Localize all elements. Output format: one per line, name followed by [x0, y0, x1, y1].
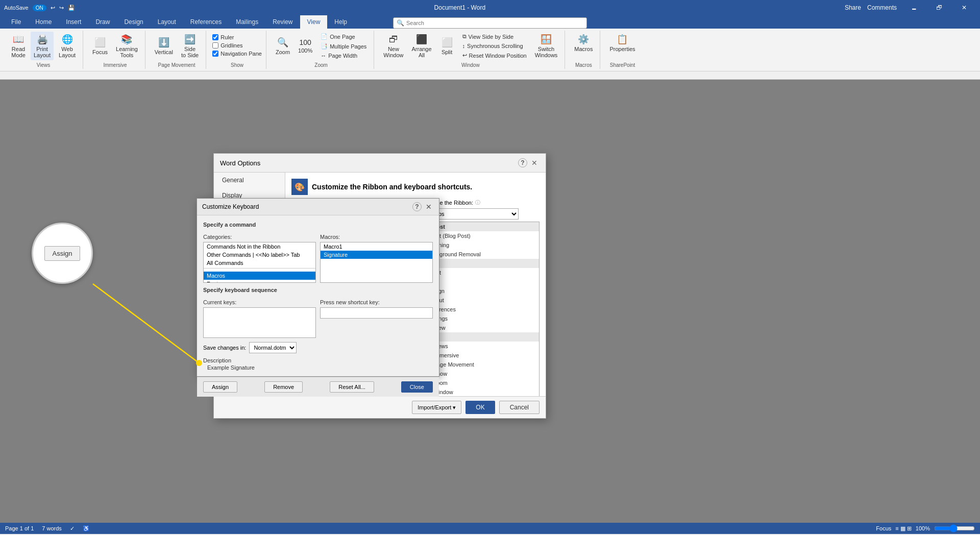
ruler-checkbox[interactable]: Ruler [212, 34, 262, 41]
import-export-button[interactable]: Import/Export ▾ [412, 401, 461, 414]
word-options-footer: Import/Export ▾ OK Cancel [214, 396, 546, 418]
show-label: Show [231, 60, 243, 68]
one-page-button[interactable]: 📄 One Page [317, 32, 370, 41]
properties-button[interactable]: 📋 Properties [606, 32, 638, 54]
save-changes-label: Save changes in: [203, 345, 246, 351]
tab-home[interactable]: Home [28, 15, 59, 29]
tab-references[interactable]: References [183, 15, 229, 29]
reset-window-label: Reset Window Position [469, 53, 527, 59]
web-layout-label: WebLayout [59, 46, 76, 58]
ribbon-tabs: File Home Insert Draw Design Layout Refe… [0, 15, 980, 29]
category-item[interactable]: Other Commands | <<No label>> Tab [204, 251, 315, 259]
view-side-by-side-button[interactable]: ⧉ View Side by Side [459, 32, 530, 41]
word-options-close-button[interactable]: ✕ [529, 158, 540, 168]
tab-insert[interactable]: Insert [59, 15, 88, 29]
macros-listbox[interactable]: Macro1 Signature [320, 242, 433, 283]
macro-item-signature[interactable]: Signature [321, 251, 432, 259]
category-macros[interactable]: Macros [204, 272, 315, 280]
restore-button[interactable]: 🗗 [928, 0, 951, 15]
one-page-label: One Page [330, 34, 355, 40]
focus-button[interactable]: ⬜ Focus [89, 35, 111, 57]
categories-listbox[interactable]: Commands Not in the Ribbon Other Command… [203, 242, 316, 283]
split-button[interactable]: ⬜ Split [437, 35, 457, 57]
immersive-items: ⬜ Focus 📚 LearningTools [89, 32, 141, 60]
sharepoint-group: 📋 Properties SharePoint [602, 31, 642, 69]
close-dialog-button[interactable]: Close [401, 381, 433, 393]
properties-icon: 📋 [617, 34, 628, 45]
macros-button[interactable]: ⚙️ Macros [571, 32, 596, 54]
window-group: 🗗 NewWindow ⬛ ArrangeAll ⬜ Split ⧉ View … [376, 31, 565, 69]
print-layout-button[interactable]: 🖨️ PrintLayout [31, 32, 54, 60]
gridlines-checkbox[interactable]: Gridlines [212, 42, 262, 49]
status-right: Focus ≡ ▦ ⊞ 100% [876, 525, 975, 532]
side-to-side-button[interactable]: ➡️ Sideto Side [178, 32, 202, 60]
share-button[interactable]: Share [845, 4, 861, 11]
keyboard-row: Current keys: Press new shortcut key: [203, 299, 433, 338]
page-width-button[interactable]: ↔ Page Width [317, 52, 370, 60]
read-mode-icon: 📖 [13, 34, 24, 45]
ok-button[interactable]: OK [465, 401, 495, 414]
cancel-button[interactable]: Cancel [499, 401, 540, 414]
tab-design[interactable]: Design [117, 15, 150, 29]
vertical-button[interactable]: ⬇️ Vertical [152, 35, 176, 57]
tab-file[interactable]: File [4, 15, 28, 29]
sidebar-item-general[interactable]: General [214, 173, 285, 188]
learning-tools-button[interactable]: 📚 LearningTools [113, 32, 141, 60]
tab-help[interactable]: Help [327, 15, 354, 29]
macros-icon: ⚙️ [578, 34, 589, 45]
view-side-by-side-icon: ⧉ [462, 33, 467, 40]
title-bar: AutoSave ON ↩ ↪ 💾 Document1 - Word Share… [0, 0, 980, 15]
save-icon[interactable]: 💾 [68, 5, 75, 11]
page-info: Page 1 of 1 [5, 525, 34, 532]
navigation-pane-checkbox[interactable]: Navigation Pane [212, 50, 262, 57]
autosave-toggle[interactable]: ON [33, 5, 46, 11]
search-input[interactable] [406, 20, 583, 26]
reset-all-button[interactable]: Reset All... [330, 381, 374, 393]
current-keys-textbox[interactable] [203, 307, 316, 338]
assign-button[interactable]: Assign [203, 381, 237, 393]
arrange-all-button[interactable]: ⬛ ArrangeAll [408, 32, 434, 60]
one-page-icon: 📄 [321, 33, 328, 40]
save-changes-select[interactable]: Normal.dotm [249, 342, 297, 353]
web-layout-button[interactable]: 🌐 WebLayout [56, 32, 79, 60]
undo-icon[interactable]: ↩ [51, 5, 55, 11]
learning-tools-icon: 📚 [121, 34, 132, 45]
word-options-help-button[interactable]: ? [518, 158, 527, 167]
comments-button[interactable]: Comments [867, 4, 897, 11]
main-area: Word Options ? ✕ General Display Proofin… [0, 80, 980, 523]
customize-kb-close-button[interactable]: ✕ [424, 202, 434, 212]
category-fonts[interactable]: Fonts [204, 280, 315, 283]
minimize-button[interactable]: 🗕 [903, 0, 926, 15]
category-item[interactable]: All Commands [204, 259, 315, 267]
switch-windows-button[interactable]: 🪟 SwitchWindows [532, 32, 561, 60]
page-movement-group: ⬇️ Vertical ➡️ Sideto Side Page Movement [148, 31, 206, 69]
zoom-100-button[interactable]: 100 100% [295, 36, 315, 56]
customize-kb-help-button[interactable]: ? [412, 202, 422, 211]
multiple-pages-button[interactable]: 📑 Multiple Pages [317, 42, 370, 51]
read-mode-button[interactable]: 📖 ReadMode [8, 32, 29, 60]
redo-icon[interactable]: ↪ [59, 5, 64, 11]
autosave-label: AutoSave [4, 5, 29, 11]
synchronous-scrolling-button[interactable]: ↕ Synchronous Scrolling [459, 42, 530, 50]
new-shortcut-input[interactable] [320, 307, 433, 319]
tab-mailings[interactable]: Mailings [229, 15, 265, 29]
close-button[interactable]: ✕ [953, 0, 976, 15]
tab-layout[interactable]: Layout [151, 15, 183, 29]
tab-draw[interactable]: Draw [88, 15, 117, 29]
title-bar-left: AutoSave ON ↩ ↪ 💾 [4, 5, 75, 11]
zoom-button[interactable]: 🔍 Zoom [273, 35, 293, 57]
macros-list-label: Macros: [320, 234, 433, 240]
tab-view[interactable]: View [300, 15, 328, 29]
zoom-slider[interactable] [934, 525, 975, 532]
remove-button[interactable]: Remove [264, 381, 303, 393]
reset-window-position-button[interactable]: ↩ Reset Window Position [459, 51, 530, 60]
category-item[interactable]: Commands Not in the Ribbon [204, 242, 315, 251]
categories-label: Categories: [203, 234, 316, 240]
tab-review[interactable]: Review [265, 15, 300, 29]
views-group: 📖 ReadMode 🖨️ PrintLayout 🌐 WebLayout Vi… [4, 31, 83, 69]
switch-windows-label: SwitchWindows [535, 46, 558, 58]
read-mode-label: ReadMode [11, 46, 26, 58]
new-window-button[interactable]: 🗗 NewWindow [380, 32, 406, 60]
category-separator [204, 268, 315, 271]
macro-item-macro1[interactable]: Macro1 [321, 242, 432, 251]
